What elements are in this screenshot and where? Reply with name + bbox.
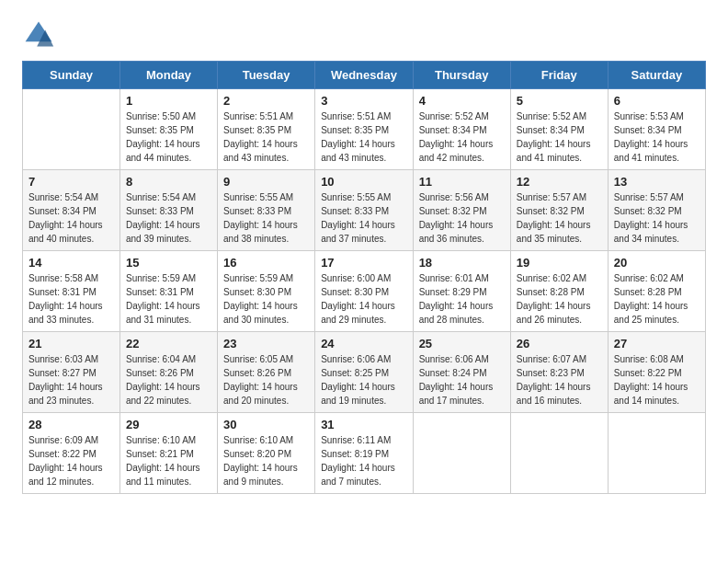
day-number: 31 (321, 418, 406, 431)
day-info: Sunrise: 5:56 AM Sunset: 8:32 PM Dayligh… (419, 190, 505, 246)
day-cell (23, 89, 120, 170)
day-number: 15 (126, 256, 211, 270)
weekday-friday: Friday (510, 62, 608, 89)
day-info: Sunrise: 5:53 AM Sunset: 8:34 PM Dayligh… (614, 109, 700, 165)
day-cell: 20Sunrise: 6:02 AM Sunset: 8:28 PM Dayli… (608, 251, 705, 332)
day-cell: 27Sunrise: 6:08 AM Sunset: 8:22 PM Dayli… (608, 332, 705, 413)
day-cell: 19Sunrise: 6:02 AM Sunset: 8:28 PM Dayli… (510, 251, 608, 332)
day-number: 8 (126, 175, 211, 189)
day-number: 30 (223, 418, 309, 431)
day-cell: 5Sunrise: 5:52 AM Sunset: 8:34 PM Daylig… (510, 89, 608, 170)
weekday-tuesday: Tuesday (218, 62, 315, 89)
day-number: 2 (223, 94, 309, 108)
day-cell: 1Sunrise: 5:50 AM Sunset: 8:35 PM Daylig… (120, 89, 218, 170)
day-number: 9 (223, 175, 309, 189)
day-info: Sunrise: 5:52 AM Sunset: 8:34 PM Dayligh… (419, 109, 505, 165)
day-number: 3 (321, 94, 406, 108)
day-info: Sunrise: 6:07 AM Sunset: 8:23 PM Dayligh… (517, 352, 602, 408)
day-number: 12 (517, 175, 602, 189)
logo (22, 18, 61, 52)
week-row-1: 1Sunrise: 5:50 AM Sunset: 8:35 PM Daylig… (23, 89, 706, 170)
day-cell: 8Sunrise: 5:54 AM Sunset: 8:33 PM Daylig… (120, 170, 218, 251)
day-number: 21 (28, 337, 114, 350)
day-number: 5 (517, 94, 602, 108)
day-cell: 6Sunrise: 5:53 AM Sunset: 8:34 PM Daylig… (608, 89, 705, 170)
day-info: Sunrise: 5:52 AM Sunset: 8:34 PM Dayligh… (517, 109, 602, 165)
day-cell: 30Sunrise: 6:10 AM Sunset: 8:20 PM Dayli… (218, 413, 315, 494)
day-info: Sunrise: 6:10 AM Sunset: 8:20 PM Dayligh… (223, 433, 309, 488)
day-info: Sunrise: 5:59 AM Sunset: 8:31 PM Dayligh… (126, 271, 211, 327)
day-cell: 29Sunrise: 6:10 AM Sunset: 8:21 PM Dayli… (120, 413, 218, 494)
day-number: 20 (614, 256, 700, 270)
day-number: 13 (614, 175, 700, 189)
day-cell: 10Sunrise: 5:55 AM Sunset: 8:33 PM Dayli… (315, 170, 413, 251)
day-info: Sunrise: 6:04 AM Sunset: 8:26 PM Dayligh… (126, 352, 211, 408)
day-info: Sunrise: 6:08 AM Sunset: 8:22 PM Dayligh… (614, 352, 700, 408)
day-cell: 23Sunrise: 6:05 AM Sunset: 8:26 PM Dayli… (218, 332, 315, 413)
week-row-5: 28Sunrise: 6:09 AM Sunset: 8:22 PM Dayli… (23, 413, 706, 494)
day-cell: 28Sunrise: 6:09 AM Sunset: 8:22 PM Dayli… (23, 413, 120, 494)
day-number: 16 (223, 256, 309, 270)
weekday-wednesday: Wednesday (315, 62, 413, 89)
day-cell: 4Sunrise: 5:52 AM Sunset: 8:34 PM Daylig… (413, 89, 510, 170)
day-info: Sunrise: 5:54 AM Sunset: 8:34 PM Dayligh… (28, 190, 114, 246)
day-info: Sunrise: 6:10 AM Sunset: 8:21 PM Dayligh… (126, 433, 211, 488)
day-number: 19 (517, 256, 602, 270)
day-cell (608, 413, 705, 494)
weekday-header: SundayMondayTuesdayWednesdayThursdayFrid… (23, 62, 706, 89)
day-number: 17 (321, 256, 406, 270)
week-row-4: 21Sunrise: 6:03 AM Sunset: 8:27 PM Dayli… (23, 332, 706, 413)
day-number: 27 (614, 337, 700, 350)
day-info: Sunrise: 6:02 AM Sunset: 8:28 PM Dayligh… (614, 271, 700, 327)
day-cell: 3Sunrise: 5:51 AM Sunset: 8:35 PM Daylig… (315, 89, 413, 170)
day-cell: 14Sunrise: 5:58 AM Sunset: 8:31 PM Dayli… (23, 251, 120, 332)
logo-icon (22, 18, 55, 52)
day-info: Sunrise: 5:51 AM Sunset: 8:35 PM Dayligh… (321, 109, 406, 165)
day-cell: 13Sunrise: 5:57 AM Sunset: 8:32 PM Dayli… (608, 170, 705, 251)
day-number: 18 (419, 256, 505, 270)
weekday-monday: Monday (120, 62, 218, 89)
day-info: Sunrise: 5:57 AM Sunset: 8:32 PM Dayligh… (517, 190, 602, 246)
day-cell: 9Sunrise: 5:55 AM Sunset: 8:33 PM Daylig… (218, 170, 315, 251)
weekday-thursday: Thursday (413, 62, 510, 89)
day-info: Sunrise: 5:57 AM Sunset: 8:32 PM Dayligh… (614, 190, 700, 246)
day-cell: 16Sunrise: 5:59 AM Sunset: 8:30 PM Dayli… (218, 251, 315, 332)
day-number: 24 (321, 337, 406, 350)
day-info: Sunrise: 6:01 AM Sunset: 8:29 PM Dayligh… (419, 271, 505, 327)
day-number: 26 (517, 337, 602, 350)
day-cell: 2Sunrise: 5:51 AM Sunset: 8:35 PM Daylig… (218, 89, 315, 170)
day-info: Sunrise: 5:55 AM Sunset: 8:33 PM Dayligh… (321, 190, 406, 246)
day-info: Sunrise: 5:59 AM Sunset: 8:30 PM Dayligh… (223, 271, 309, 327)
week-row-3: 14Sunrise: 5:58 AM Sunset: 8:31 PM Dayli… (23, 251, 706, 332)
day-cell: 22Sunrise: 6:04 AM Sunset: 8:26 PM Dayli… (120, 332, 218, 413)
day-number: 6 (614, 94, 700, 108)
day-number: 1 (126, 94, 211, 108)
day-number: 25 (419, 337, 505, 350)
day-info: Sunrise: 5:54 AM Sunset: 8:33 PM Dayligh… (126, 190, 211, 246)
day-cell: 17Sunrise: 6:00 AM Sunset: 8:30 PM Dayli… (315, 251, 413, 332)
calendar: SundayMondayTuesdayWednesdayThursdayFrid… (22, 61, 706, 494)
weekday-saturday: Saturday (608, 62, 705, 89)
day-info: Sunrise: 6:06 AM Sunset: 8:24 PM Dayligh… (419, 352, 505, 408)
day-number: 28 (28, 418, 114, 431)
day-cell: 12Sunrise: 5:57 AM Sunset: 8:32 PM Dayli… (510, 170, 608, 251)
day-info: Sunrise: 6:02 AM Sunset: 8:28 PM Dayligh… (517, 271, 602, 327)
day-cell: 11Sunrise: 5:56 AM Sunset: 8:32 PM Dayli… (413, 170, 510, 251)
day-info: Sunrise: 6:00 AM Sunset: 8:30 PM Dayligh… (321, 271, 406, 327)
day-number: 7 (28, 175, 114, 189)
week-row-2: 7Sunrise: 5:54 AM Sunset: 8:34 PM Daylig… (23, 170, 706, 251)
day-info: Sunrise: 5:51 AM Sunset: 8:35 PM Dayligh… (223, 109, 309, 165)
day-info: Sunrise: 5:58 AM Sunset: 8:31 PM Dayligh… (28, 271, 114, 327)
day-info: Sunrise: 6:05 AM Sunset: 8:26 PM Dayligh… (223, 352, 309, 408)
day-cell: 25Sunrise: 6:06 AM Sunset: 8:24 PM Dayli… (413, 332, 510, 413)
day-info: Sunrise: 6:03 AM Sunset: 8:27 PM Dayligh… (28, 352, 114, 408)
day-cell: 21Sunrise: 6:03 AM Sunset: 8:27 PM Dayli… (23, 332, 120, 413)
day-cell (413, 413, 510, 494)
day-number: 22 (126, 337, 211, 350)
day-cell: 26Sunrise: 6:07 AM Sunset: 8:23 PM Dayli… (510, 332, 608, 413)
day-info: Sunrise: 6:09 AM Sunset: 8:22 PM Dayligh… (28, 433, 114, 488)
day-number: 14 (28, 256, 114, 270)
day-cell: 7Sunrise: 5:54 AM Sunset: 8:34 PM Daylig… (23, 170, 120, 251)
day-cell (510, 413, 608, 494)
day-number: 29 (126, 418, 211, 431)
